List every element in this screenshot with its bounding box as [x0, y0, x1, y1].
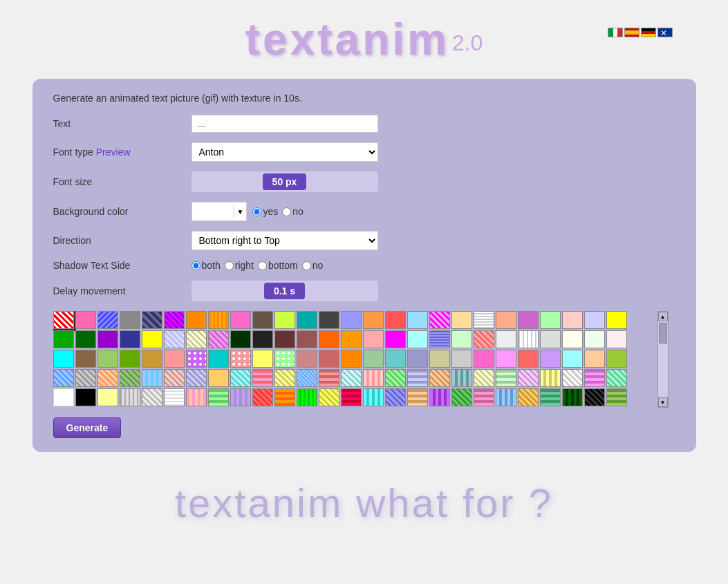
texture-cell[interactable]	[142, 330, 162, 348]
scrollbar-down-button[interactable]: ▼	[658, 397, 668, 407]
texture-cell[interactable]	[385, 311, 406, 329]
texture-cell[interactable]	[429, 350, 450, 368]
texture-cell[interactable]	[474, 388, 494, 406]
texture-cell[interactable]	[407, 330, 428, 348]
texture-cell[interactable]	[474, 369, 494, 387]
texture-cell[interactable]	[97, 350, 118, 368]
texture-cell[interactable]	[75, 311, 96, 329]
texture-cell[interactable]	[363, 350, 384, 368]
texture-cell[interactable]	[75, 388, 96, 406]
texture-cell[interactable]	[75, 350, 96, 368]
texture-cell[interactable]	[363, 369, 384, 387]
texture-cell[interactable]	[540, 311, 561, 329]
texture-cell[interactable]	[451, 388, 472, 406]
texture-cell[interactable]	[385, 388, 406, 406]
texture-cell[interactable]	[297, 388, 317, 406]
texture-cell[interactable]	[319, 369, 339, 387]
texture-cell[interactable]	[186, 369, 207, 387]
texture-cell[interactable]	[186, 330, 207, 348]
texture-cell[interactable]	[584, 369, 605, 387]
texture-cell[interactable]	[606, 388, 627, 406]
texture-cell[interactable]	[75, 369, 96, 387]
texture-cell[interactable]	[274, 311, 295, 329]
texture-cell[interactable]	[164, 350, 185, 368]
texture-cell[interactable]	[230, 330, 251, 348]
shadow-both-label[interactable]: both	[192, 260, 221, 271]
bg-no-radio[interactable]	[282, 207, 291, 216]
texture-cell[interactable]	[97, 388, 118, 406]
texture-cell[interactable]	[496, 350, 516, 368]
texture-cell[interactable]	[208, 388, 229, 406]
texture-cell[interactable]	[451, 350, 472, 368]
texture-cell[interactable]	[252, 311, 273, 329]
texture-cell[interactable]	[319, 311, 339, 329]
texture-cell[interactable]	[120, 388, 140, 406]
texture-cell[interactable]	[518, 330, 539, 348]
texture-cell[interactable]	[341, 350, 362, 368]
flag-italy[interactable]	[608, 28, 623, 37]
texture-cell[interactable]	[341, 369, 362, 387]
texture-cell[interactable]	[584, 350, 605, 368]
texture-cell[interactable]	[562, 311, 583, 329]
texture-cell[interactable]	[451, 330, 472, 348]
texture-cell[interactable]	[97, 311, 118, 329]
texture-cell[interactable]	[385, 369, 406, 387]
texture-cell[interactable]	[451, 311, 472, 329]
texture-cell[interactable]	[341, 330, 362, 348]
texture-cell[interactable]	[606, 311, 627, 329]
texture-cell[interactable]	[341, 311, 362, 329]
texture-cell[interactable]	[164, 369, 185, 387]
texture-cell[interactable]	[562, 350, 583, 368]
texture-cell[interactable]	[53, 330, 74, 348]
flag-uk[interactable]	[657, 28, 673, 37]
texture-cell[interactable]	[363, 330, 384, 348]
texture-cell[interactable]	[53, 311, 74, 329]
texture-cell[interactable]	[274, 330, 295, 348]
font-size-control[interactable]: 50 px	[192, 171, 378, 192]
texture-cell[interactable]	[518, 311, 539, 329]
shadow-bottom-label[interactable]: bottom	[258, 260, 298, 271]
shadow-both-radio[interactable]	[192, 261, 200, 270]
texture-cell[interactable]	[142, 388, 162, 406]
texture-cell[interactable]	[540, 350, 561, 368]
texture-cell[interactable]	[164, 388, 185, 406]
direction-select[interactable]: Bottom right to Top Left to Right Right …	[192, 231, 378, 250]
color-dropdown-arrow[interactable]: ▼	[234, 205, 247, 218]
texture-cell[interactable]	[142, 311, 162, 329]
texture-cell[interactable]	[53, 388, 74, 406]
texture-cell[interactable]	[606, 369, 627, 387]
texture-cell[interactable]	[407, 350, 428, 368]
shadow-bottom-radio[interactable]	[258, 261, 267, 270]
texture-cell[interactable]	[562, 369, 583, 387]
texture-cell[interactable]	[297, 369, 317, 387]
texture-cell[interactable]	[584, 330, 605, 348]
texture-cell[interactable]	[186, 311, 207, 329]
shadow-no-radio[interactable]	[302, 261, 311, 270]
texture-cell[interactable]	[97, 369, 118, 387]
texture-cell[interactable]	[252, 369, 273, 387]
texture-cell[interactable]	[407, 369, 428, 387]
texture-cell[interactable]	[429, 311, 450, 329]
texture-cell[interactable]	[274, 369, 295, 387]
texture-cell[interactable]	[584, 388, 605, 406]
texture-cell[interactable]	[230, 350, 251, 368]
texture-cell[interactable]	[363, 311, 384, 329]
texture-cell[interactable]	[120, 369, 140, 387]
texture-cell[interactable]	[297, 330, 317, 348]
texture-cell[interactable]	[562, 330, 583, 348]
font-select[interactable]: Anton Arial Times New Roman Verdana Comi…	[192, 142, 378, 162]
texture-cell[interactable]	[319, 388, 339, 406]
texture-cell[interactable]	[496, 330, 516, 348]
flag-germany[interactable]	[641, 28, 656, 37]
texture-cell[interactable]	[142, 350, 162, 368]
texture-cell[interactable]	[474, 350, 494, 368]
shadow-no-label[interactable]: no	[302, 260, 324, 271]
texture-cell[interactable]	[297, 311, 317, 329]
texture-cell[interactable]	[252, 388, 273, 406]
texture-cell[interactable]	[341, 388, 362, 406]
texture-cell[interactable]	[230, 311, 251, 329]
texture-cell[interactable]	[120, 350, 140, 368]
scrollbar-thumb[interactable]	[659, 323, 667, 343]
scrollbar-up-button[interactable]: ▲	[658, 312, 668, 321]
texture-cell[interactable]	[208, 369, 229, 387]
